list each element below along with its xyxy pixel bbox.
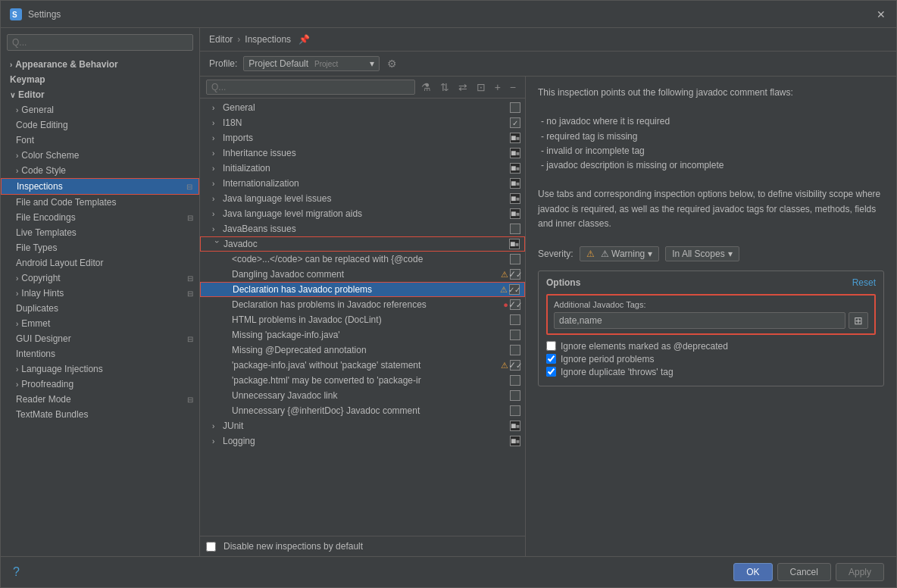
sidebar-item-proofreading[interactable]: › Proofreading — [1, 377, 199, 392]
sidebar-item-code-editing[interactable]: Code Editing — [1, 117, 199, 133]
sidebar-item-language-injections[interactable]: › Language Injections — [1, 361, 199, 377]
sidebar-item-android-layout[interactable]: Android Layout Editor — [1, 255, 199, 271]
pin-icon[interactable]: 📌 — [298, 34, 310, 45]
checkbox-javadoc[interactable]: ■ — [509, 239, 520, 249]
checkbox-logging[interactable]: ■ — [510, 436, 520, 446]
checkbox-dangling[interactable]: ✓ — [510, 269, 520, 280]
checkbox-imports[interactable]: ■ — [510, 133, 520, 143]
sidebar-item-copyright[interactable]: › Copyright ⊟ — [1, 271, 199, 286]
checkbox-unnecessary-link[interactable] — [510, 390, 520, 401]
checkbox-java-lang[interactable]: ■ — [510, 193, 520, 204]
tree-row-missing-package[interactable]: Missing 'package-info.java' — [200, 327, 525, 342]
checkbox-missing-deprecated[interactable] — [510, 345, 520, 355]
tree-row-javabeans[interactable]: › JavaBeans issues — [200, 221, 525, 236]
checkbox-general[interactable] — [510, 102, 520, 113]
tree-row-logging[interactable]: › Logging ■ — [200, 433, 525, 449]
ignore-deprecated-checkbox[interactable] — [546, 341, 556, 351]
tree-row-general[interactable]: › General — [200, 100, 525, 115]
tree-row-javadoc[interactable]: › Javadoc ■ — [200, 236, 525, 252]
checkbox-javabeans[interactable] — [510, 224, 520, 234]
tree-row-inheritance[interactable]: › Inheritance issues ■ — [200, 145, 525, 161]
sidebar-item-general[interactable]: › General — [1, 102, 199, 117]
checkbox-decl-javadoc[interactable]: ✓ — [509, 284, 520, 295]
sidebar-item-editor[interactable]: ∨ Editor — [1, 87, 199, 102]
main-content: Editor › Inspections 📌 Profile: Project … — [200, 28, 896, 556]
sidebar-item-file-types[interactable]: File Types — [1, 240, 199, 255]
ignore-period-checkbox[interactable] — [546, 354, 556, 364]
checkbox-html[interactable] — [510, 314, 520, 325]
tree-row-dangling[interactable]: Dangling Javadoc comment ⚠ ✓ — [200, 267, 525, 282]
ignore-throws-checkbox[interactable] — [546, 367, 556, 377]
sidebar-item-gui-designer[interactable]: GUI Designer ⊟ — [1, 331, 199, 346]
sidebar-item-file-templates[interactable]: File and Code Templates — [1, 195, 199, 210]
cancel-button[interactable]: Cancel — [777, 563, 831, 581]
collapse-all-button[interactable]: ⇄ — [455, 80, 470, 95]
checkbox-code-replace[interactable] — [510, 254, 520, 264]
tree-row-i18n[interactable]: › I18N — [200, 115, 525, 130]
severity-dropdown[interactable]: ⚠ ⚠ Warning ▾ — [580, 246, 660, 261]
additional-tags-input[interactable] — [554, 312, 845, 329]
inspections-toolbar: Profile: Project Default Project ▾ ⚙ — [200, 52, 896, 77]
checkbox-internationalization[interactable]: ■ — [510, 178, 520, 189]
sidebar-item-inspections[interactable]: Inspections ⊟ — [1, 178, 199, 195]
checkbox-initialization[interactable]: ■ — [510, 163, 520, 174]
sidebar-item-live-templates[interactable]: Live Templates — [1, 225, 199, 240]
tree-row-internationalization[interactable]: › Internationalization ■ — [200, 176, 525, 191]
tree-row-package-no-stmt[interactable]: 'package-info.java' without 'package' st… — [200, 358, 525, 373]
tree-row-java-language[interactable]: › Java language level issues ■ — [200, 191, 525, 206]
filter-button[interactable]: ⚗ — [418, 80, 434, 95]
apply-button[interactable]: Apply — [836, 563, 884, 581]
checkbox-missing-pkg[interactable] — [510, 330, 520, 340]
tree-search-input[interactable] — [206, 80, 415, 95]
tree-row-junit[interactable]: › JUnit ■ — [200, 418, 525, 433]
checkbox-package-html[interactable] — [510, 375, 520, 386]
sidebar-item-inlay-hints[interactable]: › Inlay Hints ⊟ — [1, 286, 199, 301]
tree-row-declaration-javadoc[interactable]: Declaration has Javadoc problems ⚠ ✓ — [200, 282, 525, 297]
gear-button[interactable]: ⚙ — [386, 56, 398, 71]
sidebar-item-font[interactable]: Font — [1, 133, 199, 148]
close-button[interactable]: ✕ — [875, 8, 887, 20]
sidebar-item-duplicates[interactable]: Duplicates — [1, 301, 199, 316]
checkbox-package-no-stmt[interactable]: ✓ — [510, 360, 520, 371]
tree-row-java-migration[interactable]: › Java language level migration aids ■ — [200, 206, 525, 221]
tree-row-imports[interactable]: › Imports ■ — [200, 130, 525, 145]
additional-tags-browse-button[interactable]: ⊞ — [849, 312, 868, 329]
checkbox-inheritance[interactable]: ■ — [510, 148, 520, 158]
sidebar-item-file-encodings[interactable]: File Encodings ⊟ — [1, 210, 199, 225]
sidebar-item-color-scheme[interactable]: › Color Scheme — [1, 148, 199, 163]
tree-row-package-html[interactable]: 'package.html' may be converted to 'pack… — [200, 373, 525, 388]
checkbox-junit[interactable]: ■ — [510, 421, 520, 431]
remove-button[interactable]: − — [507, 80, 519, 95]
reset-button[interactable]: Reset — [852, 277, 876, 288]
sidebar-item-emmet[interactable]: › Emmet — [1, 316, 199, 331]
ok-button[interactable]: OK — [733, 563, 772, 581]
add-button[interactable]: + — [492, 80, 504, 95]
tree-row-unnecessary-link[interactable]: Unnecessary Javadoc link — [200, 388, 525, 403]
sidebar-search-box[interactable] — [7, 34, 193, 51]
sidebar-item-textmate-bundles[interactable]: TextMate Bundles — [1, 407, 199, 422]
tree-row-declaration-ref[interactable]: Declaration has problems in Javadoc refe… — [200, 297, 525, 312]
checkbox-java-migration[interactable]: ■ — [510, 208, 520, 219]
profile-select[interactable]: Project Default Project ▾ — [243, 56, 380, 71]
sidebar-item-reader-mode[interactable]: Reader Mode ⊟ — [1, 392, 199, 407]
tree-row-initialization[interactable]: › Initialization ■ — [200, 161, 525, 176]
sidebar-search-input[interactable] — [7, 34, 193, 51]
tree-row-unnecessary-inherit[interactable]: Unnecessary {@inheritDoc} Javadoc commen… — [200, 403, 525, 418]
tree-row-missing-deprecated[interactable]: Missing @Deprecated annotation — [200, 342, 525, 358]
checkbox-i18n[interactable] — [510, 117, 520, 128]
checkbox-decl-ref[interactable]: ✓ — [510, 299, 520, 310]
scope-dropdown[interactable]: In All Scopes ▾ — [665, 246, 739, 261]
sidebar-item-appearance[interactable]: › Appearance & Behavior — [1, 57, 199, 72]
checkbox-unnecessary-inherit[interactable] — [510, 405, 520, 416]
sidebar-item-intentions[interactable]: Intentions — [1, 346, 199, 361]
sidebar-item-keymap[interactable]: Keymap — [1, 72, 199, 87]
sidebar-item-code-style[interactable]: › Code Style — [1, 163, 199, 178]
help-button[interactable]: ? — [13, 565, 20, 579]
expand-all-button[interactable]: ⇅ — [437, 80, 452, 95]
disable-new-checkbox[interactable] — [206, 542, 216, 552]
tree-row-html-problems[interactable]: HTML problems in Javadoc (DocLint) — [200, 312, 525, 327]
arrow-icon: ∨ — [10, 91, 15, 99]
group-button[interactable]: ⊡ — [474, 80, 489, 95]
sidebar-item-label: Keymap — [10, 74, 45, 85]
tree-row-code-replace[interactable]: <code>...</code> can be replaced with {@… — [200, 252, 525, 267]
